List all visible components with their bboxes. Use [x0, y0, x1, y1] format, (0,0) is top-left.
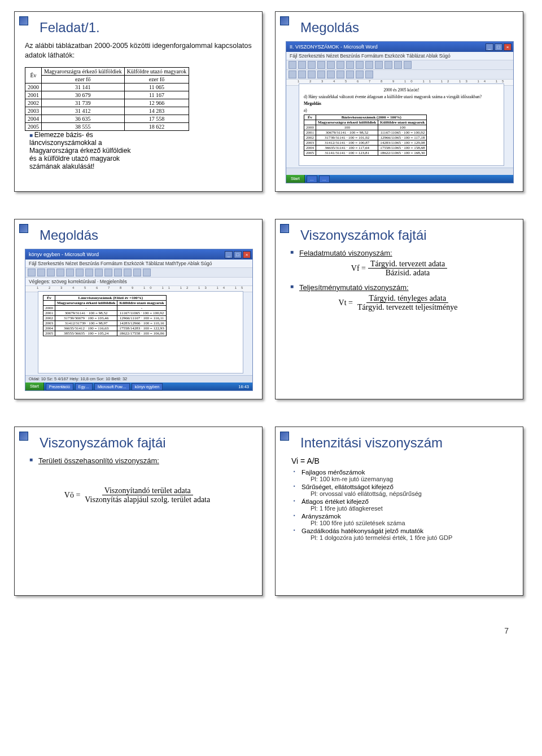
formula-vt: Vt = Tárgyid. tényleges adataTárgyid. te… — [286, 294, 513, 312]
taskbar[interactable]: Start Prezentáció Egy… Microsoft Pow… kö… — [25, 383, 252, 390]
unit-2: ezer fő — [124, 75, 189, 83]
data-table: Év Magyarországra érkező külföldiek Külf… — [25, 67, 189, 131]
taskbar[interactable]: Start … … — [286, 175, 513, 183]
document-area: 2000 és 2005 között! d) Hány százalékkal… — [299, 83, 504, 166]
lead-formula: Vi = A/B — [291, 456, 513, 465]
item-atlagos: Átlagos értéket kifejezőPl: 1 főre jutó … — [294, 498, 513, 512]
close-icon[interactable]: × — [504, 43, 512, 51]
bullet-teljesitmeny: Teljesítménymutató viszonyszám: — [290, 283, 513, 292]
review-bar[interactable]: Végleges: szöveg korrektúrával · Megjele… — [25, 278, 252, 286]
slide-intenzitasi: Intenzitási viszonyszám Vi = A/B Fajlago… — [275, 427, 523, 596]
page-number: 7 — [14, 623, 528, 635]
unit-1: ezer fő — [42, 75, 125, 83]
start-button[interactable]: Start — [286, 175, 305, 183]
toolbar[interactable] — [286, 60, 513, 70]
word-screenshot-2: könyv egyben - Microsoft Word _□× Fájl S… — [25, 249, 253, 391]
item-suruseg: Sűrűséget, ellátottságot kifejezőPl: orv… — [294, 484, 513, 497]
bullet-feladatmutato: Feladatmutató viszonyszám: — [290, 249, 513, 257]
bullet-teruleti: Területi összehasonlító viszonyszám: — [29, 456, 252, 465]
slide-feladat-1: Feladat/1. Az alábbi táblázatban 2000-20… — [14, 11, 263, 192]
inner-table: ÉvBázisviszonyszámok (2000 = 100%) Magya… — [304, 115, 427, 156]
formula-vo: Vö = Viszonyítandó terület adataViszonyí… — [25, 486, 252, 504]
item-aranyszamok: ArányszámokPl: 100 főre jutó születések … — [294, 513, 513, 526]
slide-title: Viszonyszámok fajtái — [300, 227, 513, 243]
corner-accent — [19, 16, 28, 25]
taskbar-item[interactable]: Egy… — [75, 383, 93, 390]
max-icon[interactable]: □ — [234, 251, 242, 258]
max-icon[interactable]: □ — [495, 43, 502, 51]
min-icon[interactable]: _ — [225, 251, 233, 258]
window-titlebar: II. VISZONYSZÁMOK - Microsoft Word _□× — [286, 42, 513, 52]
menu-bar[interactable]: Fájl Szerkesztés Nézet Beszúrás Formátum… — [25, 260, 252, 268]
window-title: II. VISZONYSZÁMOK - Microsoft Word — [290, 42, 378, 52]
th-year: Év — [25, 67, 42, 83]
item-fajlagos: Fajlagos mérőszámokPl: 100 km-re jutó üz… — [294, 469, 513, 482]
toolbar[interactable] — [25, 268, 252, 278]
taskbar-item[interactable]: könyv egyben — [132, 383, 163, 390]
window-titlebar: könyv egyben - Microsoft Word _□× — [25, 249, 252, 260]
corner-accent — [19, 432, 28, 441]
status-bar: Oldal: 10 Sz: 5 4/167 Hely: 10,8 cm Sor:… — [25, 375, 252, 383]
slide-title: Viszonyszámok fajtái — [40, 435, 252, 451]
corner-accent — [280, 432, 289, 441]
intro-text: Az alábbi táblázatban 2000-2005 közötti … — [25, 41, 252, 60]
taskbar-item[interactable]: Prezentáció — [46, 383, 73, 390]
close-icon[interactable]: × — [243, 251, 251, 258]
window-title: könyv egyben - Microsoft Word — [29, 249, 99, 260]
slide-viszonyszamok-1: Viszonyszámok fajtái Feladatmutató viszo… — [275, 219, 523, 399]
slide-title: Megoldás — [40, 227, 252, 243]
slide-title: Feladat/1. — [40, 20, 252, 36]
corner-accent — [280, 224, 289, 233]
th-col1: Magyarországra érkező külföldiek — [42, 67, 125, 75]
min-icon[interactable]: _ — [486, 43, 493, 51]
taskbar-item[interactable]: … — [319, 175, 330, 183]
inner-table: ÉvLáncviszonyszámok (Előző év =100%) Mag… — [43, 295, 167, 336]
slide-title: Megoldás — [300, 20, 513, 36]
slide-megoldas-1: Megoldás II. VISZONYSZÁMOK - Microsoft W… — [275, 11, 523, 192]
item-gazdalkodas: Gazdálkodás hatékonyságát jelző mutatókP… — [294, 528, 513, 541]
corner-accent — [19, 224, 28, 233]
question-text: d) Hány százalékkal változott évente átl… — [304, 94, 499, 99]
slide-megoldas-2: Megoldás könyv egyben - Microsoft Word _… — [14, 219, 263, 399]
corner-accent — [280, 16, 289, 25]
th-col2: Külföldre utazó magyarok — [124, 67, 189, 75]
menu-bar[interactable]: Fájl Szerkesztés Nézet Beszúrás Formátum… — [286, 52, 513, 60]
slide-title: Intenzitási viszonyszám — [300, 435, 513, 451]
status-bar — [286, 168, 513, 175]
taskbar-item[interactable]: … — [307, 175, 317, 183]
word-screenshot-1: II. VISZONYSZÁMOK - Microsoft Word _□× F… — [286, 41, 514, 183]
toolbar-2[interactable] — [286, 70, 513, 80]
slide-viszonyszamok-2: Viszonyszámok fajtái Területi összehason… — [14, 427, 263, 596]
formula-vf: Vf = Tárgyid. tervezett adataBázisid. ad… — [286, 260, 513, 278]
task-text: Elemezze bázis- és láncviszonyszámokkal … — [29, 131, 131, 170]
taskbar-item[interactable]: Microsoft Pow… — [94, 383, 130, 390]
start-button[interactable]: Start — [25, 383, 44, 390]
document-area: ÉvLáncviszonyszámok (Előző év =100%) Mag… — [38, 291, 243, 373]
clock: 16:43 — [238, 384, 252, 389]
